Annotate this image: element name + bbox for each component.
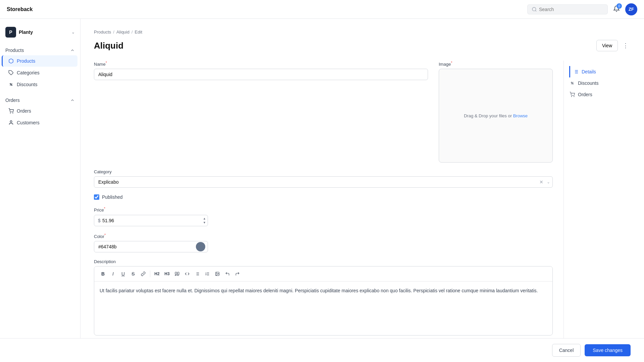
price-up-button[interactable]: ▲ bbox=[202, 217, 207, 220]
image-drop-text: Drag & Drop your files or Browse bbox=[464, 113, 528, 118]
description-label: Description bbox=[94, 259, 553, 264]
image-group: Image* Drag & Drop your files or Browse bbox=[439, 61, 553, 163]
editor-toolbar: B I U S H2 H3 bbox=[94, 266, 552, 282]
price-group: Price* $ ▲ ▼ bbox=[94, 206, 208, 226]
published-label[interactable]: Published bbox=[102, 194, 123, 200]
svg-point-6 bbox=[10, 121, 12, 122]
name-label: Name* bbox=[94, 61, 428, 67]
sidebar-item-customers[interactable]: Customers bbox=[3, 117, 77, 128]
strikethrough-button[interactable]: S bbox=[128, 269, 138, 279]
save-button[interactable]: Save changes bbox=[585, 344, 631, 356]
undo-button[interactable] bbox=[223, 269, 232, 279]
sidebar-customers-label: Customers bbox=[17, 120, 40, 125]
color-swatch-button[interactable] bbox=[196, 242, 205, 251]
quote-button[interactable] bbox=[172, 269, 182, 279]
right-sidebar-orders[interactable]: Orders bbox=[569, 89, 625, 100]
workspace-icon: P bbox=[5, 27, 16, 38]
more-options-button[interactable]: ⋮ bbox=[621, 40, 631, 51]
sidebar-item-products[interactable]: Products bbox=[2, 55, 77, 67]
sidebar-item-categories[interactable]: Categories bbox=[3, 67, 77, 78]
currency-symbol: $ bbox=[98, 218, 101, 223]
box-icon bbox=[8, 58, 14, 64]
description-group: Description B I U S H2 bbox=[94, 259, 553, 336]
price-input-wrapper: $ ▲ ▼ bbox=[94, 215, 208, 226]
search-icon bbox=[532, 7, 537, 12]
search-input[interactable] bbox=[539, 7, 603, 12]
image-upload-area[interactable]: Drag & Drop your files or Browse bbox=[439, 69, 553, 163]
ordered-list-button[interactable] bbox=[203, 269, 212, 279]
sidebar-item-discounts[interactable]: Discounts bbox=[3, 79, 77, 90]
discount-icon bbox=[8, 81, 14, 87]
sidebar-categories-label: Categories bbox=[17, 70, 40, 75]
workspace-selector[interactable]: P Planty ⌄ bbox=[0, 24, 80, 40]
browse-link[interactable]: Browse bbox=[513, 113, 528, 118]
svg-point-27 bbox=[574, 96, 574, 97]
topbar: Storeback 0 ZF bbox=[0, 0, 644, 19]
right-sidebar-details[interactable]: Details bbox=[569, 66, 625, 77]
cart-icon bbox=[8, 108, 14, 114]
right-sidebar-details-label: Details bbox=[582, 69, 596, 74]
name-input[interactable] bbox=[94, 69, 428, 80]
list-icon bbox=[573, 69, 579, 75]
sidebar-discounts-label: Discounts bbox=[17, 82, 37, 87]
color-label: Color* bbox=[94, 233, 208, 239]
sidebar-orders-section[interactable]: Orders bbox=[0, 96, 80, 105]
collapse-orders-icon bbox=[70, 98, 75, 103]
color-input-wrapper bbox=[94, 241, 208, 252]
h3-button[interactable]: H3 bbox=[162, 269, 172, 279]
bottom-bar: Cancel Save changes bbox=[0, 338, 644, 362]
svg-point-26 bbox=[571, 96, 572, 97]
category-select[interactable]: Explicabo bbox=[94, 176, 553, 188]
sidebar: P Planty ⌄ Products Products Categorie bbox=[0, 19, 80, 338]
bullet-list-button[interactable] bbox=[193, 269, 202, 279]
color-input[interactable] bbox=[94, 241, 208, 252]
collapse-icon bbox=[70, 48, 75, 53]
price-label: Price* bbox=[94, 206, 208, 213]
orders-rs-icon bbox=[569, 92, 575, 98]
name-group: Name* bbox=[94, 61, 428, 163]
breadcrumb: Products / Aliquid / Edit bbox=[94, 29, 631, 35]
published-row: Published bbox=[94, 194, 553, 200]
cancel-button[interactable]: Cancel bbox=[552, 344, 581, 357]
bold-button[interactable]: B bbox=[98, 269, 108, 279]
image-button[interactable] bbox=[213, 269, 222, 279]
notification-button[interactable]: 0 bbox=[612, 4, 621, 14]
price-down-button[interactable]: ▼ bbox=[202, 221, 207, 224]
svg-point-0 bbox=[532, 7, 536, 11]
sidebar-products-label: Products bbox=[17, 58, 35, 64]
topbar-left: Storeback bbox=[7, 6, 33, 12]
category-label: Category bbox=[94, 169, 553, 174]
h2-button[interactable]: H2 bbox=[152, 269, 162, 279]
right-sidebar-discounts-label: Discounts bbox=[578, 80, 598, 86]
search-box[interactable] bbox=[527, 4, 608, 14]
published-checkbox[interactable] bbox=[94, 194, 99, 200]
category-group: Category Explicabo ✕ ⌄ bbox=[94, 169, 553, 188]
code-button[interactable] bbox=[182, 269, 192, 279]
main-content: Products / Aliquid / Edit Aliquid View ⋮ bbox=[80, 19, 644, 338]
svg-point-2 bbox=[10, 83, 11, 84]
page-actions: View ⋮ bbox=[596, 40, 631, 51]
link-button[interactable] bbox=[139, 269, 148, 279]
italic-button[interactable]: I bbox=[108, 269, 118, 279]
page-title: Aliquid bbox=[94, 41, 123, 51]
price-input[interactable] bbox=[94, 215, 208, 226]
sidebar-item-orders[interactable]: Orders bbox=[3, 105, 77, 117]
workspace-name: Planty bbox=[19, 29, 33, 35]
user-icon bbox=[8, 120, 14, 126]
description-editor[interactable]: Ut facilis pariatur voluptas est facere … bbox=[94, 282, 552, 335]
color-group: Color* bbox=[94, 233, 208, 252]
underline-button[interactable]: U bbox=[118, 269, 128, 279]
redo-button[interactable] bbox=[233, 269, 242, 279]
select-clear-button[interactable]: ✕ bbox=[539, 179, 543, 185]
editor-container: B I U S H2 H3 bbox=[94, 266, 553, 336]
toolbar-separator bbox=[150, 270, 150, 277]
right-sidebar-discounts[interactable]: Discounts bbox=[569, 77, 625, 89]
category-select-wrapper: Explicabo ✕ ⌄ bbox=[94, 176, 553, 188]
right-sidebar-orders-label: Orders bbox=[578, 92, 592, 97]
sidebar-products-section[interactable]: Products bbox=[0, 46, 80, 55]
form-left: Name* Image* Drag & Drop your files or B… bbox=[94, 61, 553, 338]
view-button[interactable]: View bbox=[596, 40, 618, 51]
chevron-down-icon: ⌄ bbox=[71, 30, 75, 35]
form-area: Name* Image* Drag & Drop your files or B… bbox=[94, 61, 631, 338]
page-header: Aliquid View ⋮ bbox=[94, 40, 631, 51]
